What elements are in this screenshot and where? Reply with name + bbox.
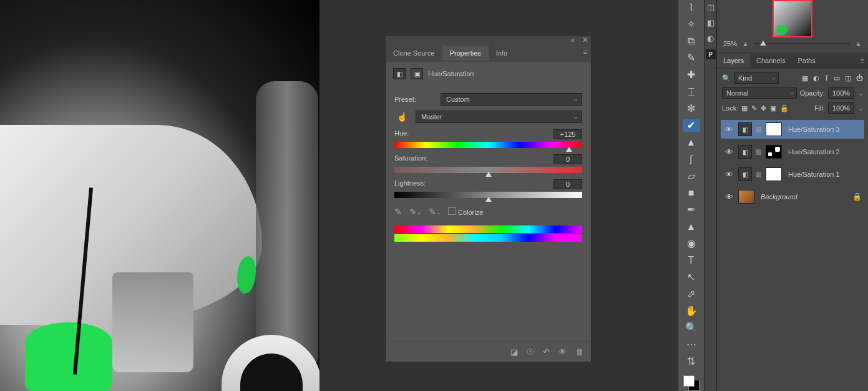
panel-menu-icon[interactable]: ≡ — [583, 48, 587, 56]
toggle-visibility-icon[interactable]: 👁 — [558, 347, 567, 357]
lock-artboard-icon[interactable]: ▣ — [770, 104, 776, 112]
lightness-value[interactable]: 0 — [553, 179, 582, 189]
tab-layers[interactable]: Layers — [717, 54, 750, 67]
saturation-value[interactable]: 0 — [553, 154, 582, 164]
filter-shape-icon[interactable]: ▭ — [834, 74, 840, 82]
layer-row[interactable]: 👁◧⛓Hue/Saturation 3 — [721, 120, 864, 139]
channel-select[interactable]: Master — [416, 111, 582, 123]
reset-icon[interactable]: ↶ — [543, 347, 550, 357]
fill-dropdown-icon[interactable]: ⌵ — [859, 104, 863, 112]
collapsed-panel-icon[interactable]: ◧ — [707, 18, 714, 27]
mask-icon[interactable]: ▣ — [411, 68, 423, 79]
filter-adjustment-icon[interactable]: ◐ — [813, 74, 819, 82]
magic-wand-tool-icon[interactable]: ✧ — [683, 18, 700, 31]
fill-value[interactable]: 100% — [828, 102, 854, 114]
direct-select-tool-icon[interactable]: ⬀ — [683, 287, 700, 300]
delete-icon[interactable]: 🗑 — [575, 347, 583, 357]
visibility-toggle-icon[interactable]: 👁 — [723, 170, 734, 179]
ps-icon[interactable]: P — [706, 49, 716, 59]
zoom-tool-icon[interactable]: 🔍 — [683, 321, 700, 334]
layers-menu-icon[interactable]: ≡ — [861, 57, 864, 64]
layer-row[interactable]: 👁◧⛓Hue/Saturation 1 — [721, 165, 864, 184]
visibility-toggle-icon[interactable]: 👁 — [723, 147, 734, 157]
filter-smart-icon[interactable]: ◫ — [845, 74, 851, 82]
link-icon[interactable]: ⛓ — [756, 126, 762, 133]
type-tool-icon[interactable]: T — [683, 254, 700, 267]
brush-tool-icon[interactable]: ✔ — [683, 119, 700, 132]
filter-kind-select[interactable]: Kind — [734, 72, 779, 84]
view-previous-icon[interactable]: ☉ — [527, 347, 534, 357]
lock-all-icon[interactable]: 🔒 — [780, 104, 789, 112]
healing-brush-tool-icon[interactable]: ✚ — [683, 69, 700, 81]
crop-tool-icon[interactable]: ⧉ — [683, 35, 700, 47]
eyedropper-tool-icon[interactable]: ✎ — [683, 52, 700, 64]
layer-row[interactable]: 👁◧⛓Hue/Saturation 2 — [721, 142, 864, 161]
lock-position-icon[interactable]: ✥ — [761, 104, 766, 112]
zoom-in-icon[interactable]: ▲ — [855, 40, 862, 47]
lock-pixels-icon[interactable]: ✎ — [751, 104, 757, 112]
navigator-thumbnail[interactable] — [773, 0, 812, 37]
zoom-out-icon[interactable]: ▲ — [742, 40, 749, 47]
colorize-checkbox[interactable]: Colorize — [448, 207, 483, 216]
layer-name[interactable]: Background — [758, 193, 849, 200]
document-canvas[interactable] — [0, 0, 319, 391]
layer-mask-thumb[interactable] — [766, 122, 782, 136]
eraser-tool-icon[interactable]: ▱ — [683, 170, 700, 182]
visibility-toggle-icon[interactable]: 👁 — [723, 192, 734, 202]
hue-slider[interactable] — [394, 142, 582, 148]
path-select-tool-icon[interactable]: ↖ — [683, 271, 700, 284]
zoom-value[interactable]: 25% — [723, 40, 737, 47]
layer-mask-thumb[interactable] — [766, 167, 782, 181]
history-brush-tool-icon[interactable]: ✻ — [683, 102, 700, 115]
collapsed-panel-icon[interactable]: ◐ — [707, 34, 714, 43]
tab-info[interactable]: Info — [489, 46, 515, 61]
hue-value[interactable]: +125 — [553, 129, 582, 139]
link-icon[interactable]: ⛓ — [756, 149, 762, 156]
saturation-slider[interactable] — [394, 167, 582, 173]
gradient-tool-icon[interactable]: ■ — [683, 187, 700, 199]
filter-type-icon[interactable]: T — [824, 74, 829, 82]
search-icon[interactable]: 🔍 — [722, 74, 731, 82]
pen-tool-icon[interactable]: ✒ — [683, 204, 700, 216]
dodge-tool-icon[interactable]: ◉ — [683, 237, 700, 250]
opacity-value[interactable]: 100% — [828, 87, 854, 99]
layer-name[interactable]: Hue/Saturation 1 — [786, 171, 862, 178]
close-icon[interactable]: ✕ — [582, 36, 588, 44]
lightness-slider[interactable] — [394, 192, 582, 198]
hand-tool-icon[interactable]: ✋ — [683, 304, 700, 317]
stamp-tool-icon[interactable]: ▲ — [683, 136, 700, 149]
layer-thumb[interactable] — [738, 190, 754, 204]
color-range-strip-top[interactable] — [394, 225, 582, 233]
layer-name[interactable]: Hue/Saturation 3 — [786, 126, 862, 133]
clip-to-layer-icon[interactable]: ◪ — [510, 347, 518, 357]
lasso-tool-icon[interactable]: ⌇ — [683, 1, 700, 14]
tab-clone-source[interactable]: Clone Source — [386, 46, 442, 61]
targeted-adjustment-icon[interactable]: ☝ — [394, 112, 409, 122]
tab-properties[interactable]: Properties — [442, 46, 489, 61]
visibility-toggle-icon[interactable]: 👁 — [723, 125, 734, 134]
shape-tool-icon[interactable]: ▲ — [683, 220, 700, 233]
eyedropper-add-icon[interactable]: ✎₊ — [409, 207, 421, 217]
more-tools-icon[interactable]: ⋯ — [683, 338, 700, 350]
edit-toolbar-icon[interactable]: ⇅ — [683, 355, 700, 367]
collapsed-panel-icon[interactable]: ◫ — [707, 2, 714, 12]
opacity-dropdown-icon[interactable]: ⌵ — [859, 89, 863, 97]
layer-row[interactable]: 👁Background🔒 — [721, 187, 864, 206]
blur-tool-icon[interactable]: ʃ — [683, 153, 700, 166]
layer-mask-thumb[interactable] — [766, 145, 782, 159]
color-range-strip-bottom[interactable] — [394, 234, 582, 242]
eyedropper-icon[interactable]: ✎ — [394, 207, 402, 217]
filter-pixel-icon[interactable]: ▦ — [802, 74, 808, 82]
blend-mode-select[interactable]: Normal — [722, 87, 797, 99]
filter-toggle-icon[interactable]: ⏻ — [856, 74, 863, 82]
clone-stamp-tool-icon[interactable]: ⌶ — [683, 86, 700, 98]
tab-channels[interactable]: Channels — [750, 54, 791, 67]
lock-transparent-icon[interactable]: ▦ — [741, 104, 748, 112]
eyedropper-subtract-icon[interactable]: ✎₋ — [429, 207, 441, 217]
collapse-icon[interactable]: « — [570, 36, 575, 44]
tab-paths[interactable]: Paths — [792, 54, 822, 67]
link-icon[interactable]: ⛓ — [756, 171, 762, 178]
layer-name[interactable]: Hue/Saturation 2 — [786, 148, 862, 156]
color-swatches[interactable] — [683, 375, 700, 391]
preset-select[interactable]: Custom — [441, 93, 582, 106]
